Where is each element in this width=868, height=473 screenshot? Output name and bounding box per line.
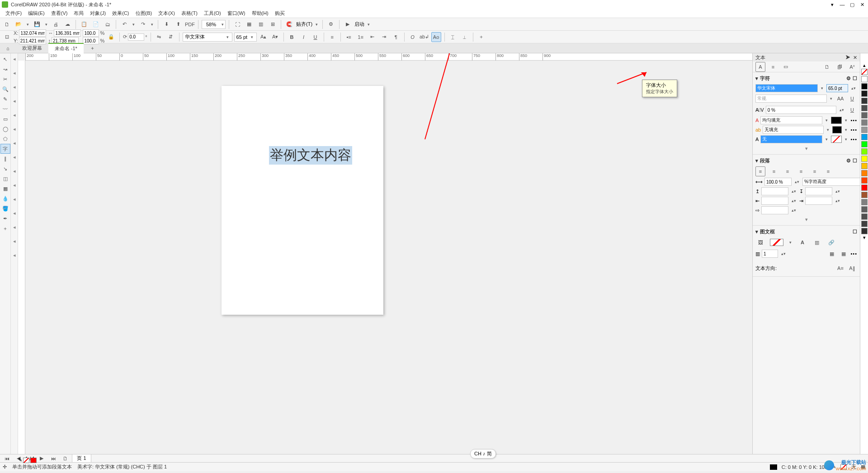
apply-style-icon[interactable]: 🗐 [835,62,844,72]
shadow-tool[interactable]: ◫ [0,174,10,184]
section-collapse[interactable]: ▾ [755,145,857,152]
launch-dropdown[interactable]: ▾ [366,22,371,27]
align-right-icon[interactable]: ≡ [783,166,793,176]
align-left-icon[interactable]: ≡ [755,166,765,176]
guides-button[interactable]: ▥ [256,19,266,29]
paste-button[interactable]: 📄 [91,19,101,29]
space-after-input[interactable] [805,187,832,195]
dir-vertical-icon[interactable]: A‖ [847,263,857,273]
palette-swatch[interactable] [861,134,868,140]
close-button[interactable]: ✕ [858,1,866,8]
line-height-input[interactable] [764,178,792,186]
palette-swatch[interactable] [861,199,868,205]
section-pin-icon[interactable]: ☐ [853,76,857,81]
redo-button[interactable]: ↷ [138,19,148,29]
fill-color-swatch[interactable] [831,117,842,124]
palette-swatch[interactable] [861,112,868,118]
underline2-icon[interactable]: U [847,105,857,115]
home-tab[interactable]: ⌂ [0,44,16,52]
docker-font-style[interactable] [755,95,827,103]
docker-font-dropdown[interactable]: ▾ [820,86,825,90]
menu-buy[interactable]: 购买 [272,9,288,18]
char-fx-icon[interactable]: O [408,32,418,42]
size-down-icon[interactable]: A▾ [270,32,280,42]
open-dropdown[interactable]: ▾ [25,22,30,27]
pick-tool[interactable]: ↖ [0,54,10,64]
palette-swatch[interactable] [861,76,868,82]
open-button[interactable]: 📂 [14,19,24,29]
transparency-tool[interactable]: ▩ [0,184,10,194]
kerning-input[interactable] [766,106,836,114]
list-bullet-icon[interactable]: •≡ [344,32,354,42]
connector-tool[interactable]: ↘ [0,164,10,174]
frame-mode-icon[interactable]: ▭ [781,62,791,72]
lock-ratio-icon[interactable]: 🔒 [106,32,116,42]
fill-mode-combo[interactable] [760,116,822,124]
options-icon[interactable]: A° [847,62,857,72]
shape-tool[interactable]: ↝ [0,64,10,74]
straighten-icon[interactable]: ⟂ [460,32,470,42]
frame-a-icon[interactable]: ▦ [827,249,837,259]
indent-inc-icon[interactable]: ⇥ [379,32,389,42]
para-pin-icon[interactable]: ☐ [853,158,857,164]
indent-dec-icon[interactable]: ⇤ [368,32,377,42]
mirror-h-icon[interactable]: ⇋ [154,32,164,42]
frame-more-button[interactable]: ••• [850,251,857,256]
align-none-icon[interactable]: ≡ [823,166,833,176]
palette-swatch[interactable] [861,184,868,191]
import-button[interactable]: ⬇ [161,19,171,29]
page[interactable] [222,86,383,315]
width-input[interactable] [54,29,81,37]
docker-collapse-icon[interactable]: ⮞ [845,55,850,61]
palette-swatch[interactable] [861,148,868,155]
dropcap-icon[interactable]: ¶ [391,32,401,42]
align-full-icon[interactable]: ≡ [810,166,820,176]
mini-none-swatch[interactable] [23,458,29,463]
palette-up-icon[interactable]: ▴ [860,62,868,68]
new-button[interactable]: 🗋 [2,19,12,29]
snap-label[interactable]: 贴齐(T) [296,21,312,28]
menu-window[interactable]: 窗口(W) [225,9,248,18]
pdf-button[interactable]: PDF [185,19,195,29]
char-mode-icon[interactable]: A [755,62,765,72]
rotation-input[interactable] [128,33,144,41]
page-first-icon[interactable]: ⏮ [2,454,12,464]
menu-layout[interactable]: 布局 [71,9,86,18]
align-justify-icon[interactable]: ≡ [796,166,806,176]
text-wrap-icon[interactable]: ab↲ [420,32,429,42]
menu-file[interactable]: 文件(F) [3,9,24,18]
frame-color[interactable] [770,239,783,246]
palette-swatch[interactable] [861,206,868,213]
save-dropdown[interactable]: ▾ [44,22,49,27]
more-tool[interactable]: ＋ [0,223,10,233]
docker-font-combo[interactable] [755,84,818,92]
menu-table[interactable]: 表格(T) [179,9,200,18]
maximize-button[interactable]: ▢ [848,1,856,8]
save-button[interactable]: 💾 [32,19,42,29]
docker-close-icon[interactable]: ✕ [853,55,857,61]
copy-button[interactable]: 📋 [79,19,89,29]
snap-icon[interactable]: ⊞ [268,19,278,29]
eyedropper-tool[interactable]: 💧 [0,194,10,203]
palette-swatch[interactable] [861,192,868,198]
launch-icon[interactable]: ▶ [343,19,353,29]
palette-none-swatch[interactable] [861,69,868,75]
print-button[interactable]: 🖨 [51,19,61,29]
page-add-icon[interactable]: 🗋 [60,454,70,464]
clipboard-button[interactable]: 🗂 [103,19,113,29]
options-button[interactable]: ⚙ [326,19,336,29]
menu-object[interactable]: 对象(J) [87,9,108,18]
ruler-vertical[interactable] [18,61,25,454]
status-fill-swatch[interactable] [770,464,777,470]
frame-cols-icon[interactable]: ▥ [812,237,822,247]
fill-tool[interactable]: 🪣 [0,203,10,213]
welcome-tab[interactable]: 欢迎屏幕 [16,43,48,53]
new-style-icon[interactable]: 🗋 [822,62,832,72]
docker-font-size[interactable] [826,84,848,92]
mini-red-swatch[interactable] [30,458,37,463]
text-to-path-icon[interactable]: ⌶ [448,32,458,42]
para-gear-icon[interactable]: ⚙ [846,158,851,164]
columns-input[interactable] [762,250,778,258]
frame-fit-icon[interactable]: 🖼 [755,237,765,247]
mini-dropper-icon[interactable]: ✎ [18,457,22,463]
